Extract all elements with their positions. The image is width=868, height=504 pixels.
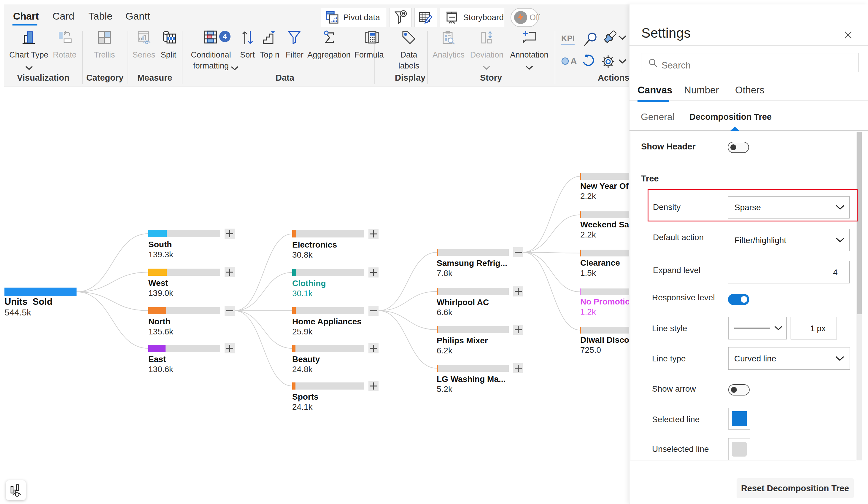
svg-text:Clearance: Clearance [580, 258, 620, 267]
svg-text:Home Appliances: Home Appliances [292, 317, 362, 326]
svg-text:30.8k: 30.8k [292, 250, 313, 260]
svg-text:6.6k: 6.6k [437, 308, 453, 317]
svg-text:Whirlpool AC: Whirlpool AC [437, 298, 489, 307]
svg-text:30.1k: 30.1k [292, 289, 313, 298]
svg-text:East: East [148, 355, 166, 364]
svg-text:South: South [148, 240, 172, 249]
svg-text:725.0: 725.0 [580, 345, 601, 355]
svg-text:130.6k: 130.6k [148, 365, 174, 374]
svg-text:25.9k: 25.9k [292, 327, 313, 336]
svg-text:1.2k: 1.2k [580, 307, 596, 316]
svg-text:544.5k: 544.5k [4, 307, 31, 317]
svg-text:Clothing: Clothing [292, 279, 326, 288]
svg-text:Beauty: Beauty [292, 355, 320, 364]
svg-text:139.0k: 139.0k [148, 288, 174, 298]
svg-text:24.1k: 24.1k [292, 402, 313, 411]
svg-text:24.8k: 24.8k [292, 365, 313, 374]
svg-text:5.2k: 5.2k [437, 385, 453, 394]
svg-text:2.2k: 2.2k [580, 230, 596, 239]
svg-text:West: West [148, 279, 168, 287]
svg-text:7.8k: 7.8k [437, 269, 453, 278]
svg-text:North: North [148, 317, 170, 326]
svg-text:1.5k: 1.5k [580, 268, 596, 277]
svg-text:Units_Sold: Units_Sold [4, 296, 52, 307]
svg-text:Philips Mixer: Philips Mixer [437, 336, 488, 345]
svg-text:139.3k: 139.3k [148, 250, 174, 259]
svg-text:LG Washing Ma...: LG Washing Ma... [437, 375, 506, 384]
svg-text:135.6k: 135.6k [148, 327, 174, 336]
svg-text:Sports: Sports [292, 392, 319, 401]
svg-text:6.2k: 6.2k [437, 346, 453, 355]
svg-text:2.2k: 2.2k [580, 191, 596, 201]
svg-text:Electronics: Electronics [292, 240, 337, 249]
svg-text:Samsung Refrig...: Samsung Refrig... [437, 259, 507, 268]
